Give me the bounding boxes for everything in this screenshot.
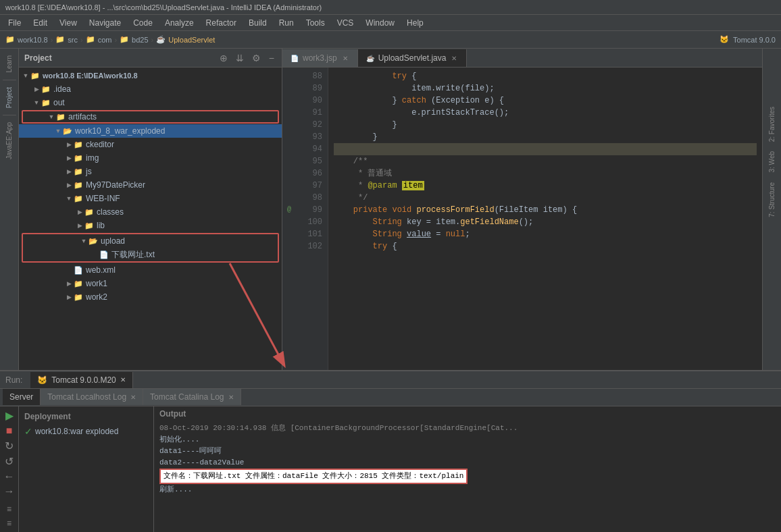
code-line-94 (334, 143, 757, 155)
menu-refactor[interactable]: Refactor (201, 17, 242, 29)
refresh-button[interactable]: ↺ (3, 455, 16, 468)
menu-analyze[interactable]: Analyze (159, 17, 199, 29)
forward-button[interactable]: → (3, 485, 16, 498)
artifacts-arrow: ▼ (47, 113, 55, 120)
catalina-close[interactable]: ✕ (228, 394, 234, 401)
tree-idea[interactable]: ▶ 📁 .idea (19, 82, 282, 96)
run-button[interactable]: ▶ (3, 409, 16, 422)
my97-arrow: ▶ (65, 182, 73, 188)
right-gutter: 2: Favorites 3: Web 7: Structure (762, 49, 781, 383)
breadcrumb-bd25[interactable]: bd25 (132, 36, 148, 44)
sync-button[interactable]: ⊕ (218, 52, 230, 64)
side-favorites[interactable]: 2: Favorites (767, 103, 777, 146)
stop-button[interactable]: ■ (3, 425, 16, 437)
breadcrumb-com[interactable]: com (98, 36, 112, 44)
webinf-arrow: ▼ (65, 195, 73, 202)
tree-webinf[interactable]: ▼ 📁 WEB-INF (19, 192, 282, 205)
tree-ckeditor[interactable]: ▶ 📁 ckeditor (19, 138, 282, 151)
localhost-close[interactable]: ✕ (130, 394, 136, 401)
localhost-log-tab[interactable]: Tomcat Localhost Log ✕ (41, 389, 143, 405)
tomcat-tab-close[interactable]: ✕ (120, 376, 126, 383)
editor-area: 📄 work3.jsp ✕ ☕ UploadServlet.java ✕ (282, 49, 762, 383)
minimize-button[interactable]: − (267, 52, 276, 64)
tab-work3-jsp[interactable]: 📄 work3.jsp ✕ (282, 49, 358, 67)
tree-lib[interactable]: ▶ 📁 lib (19, 219, 282, 232)
project-panel: Project ⊕ ⇊ ⚙ − ▼ 📁 work10.8 E:\IDEA\wor… (19, 49, 282, 383)
output-console[interactable]: 08-Oct-2019 20:30:14.938 信息 [ContainerBa… (154, 420, 781, 532)
tree-my97[interactable]: ▶ 📁 My97DatePicker (19, 178, 282, 192)
artifacts-label: artifacts (68, 112, 97, 122)
gutter-javaee[interactable]: JavaEE:App (3, 118, 16, 163)
tree-webxml[interactable]: ▶ 📄 web.xml (19, 263, 282, 277)
project-title: Project (24, 53, 52, 63)
menu-code[interactable]: Code (128, 17, 158, 29)
run-header: Run: 🐱 Tomcat 9.0.0.M20 ✕ (0, 371, 781, 389)
tree-upload[interactable]: ▼ 📂 upload (80, 234, 278, 248)
work1-label: work1 (86, 279, 107, 288)
code-line-96: * 普通域 (334, 167, 757, 180)
breadcrumb-bar: 📁 work10.8 › 📁 src › 📁 com › 📁 bd25 › ☕ … (0, 31, 781, 49)
scroll-up-button[interactable]: ≡ (3, 503, 16, 515)
gutter-learn[interactable]: Learn (3, 51, 16, 77)
deployment-item[interactable]: ✓ work10.8:war exploded (19, 424, 153, 439)
menu-build[interactable]: Build (243, 17, 272, 29)
menu-tools[interactable]: Tools (301, 17, 330, 29)
deployment-header: Deployment (19, 409, 153, 424)
log-line-3: data2----data2Value (159, 457, 776, 469)
deployment-panel: Deployment ✓ work10.8:war exploded (19, 406, 154, 532)
catalina-log-label: Tomcat Catalina Log (150, 392, 224, 402)
code-line-98: */ (334, 192, 757, 204)
tree-classes[interactable]: ▶ 📁 classes (19, 205, 282, 219)
settings-button[interactable]: ⚙ (250, 52, 263, 64)
breadcrumb-src[interactable]: src (68, 36, 78, 44)
menu-edit[interactable]: Edit (28, 17, 53, 29)
side-web[interactable]: 3: Web (767, 147, 777, 177)
run-label: Run: (5, 375, 22, 385)
menu-view[interactable]: View (54, 17, 82, 29)
tree-root[interactable]: ▼ 📁 work10.8 E:\IDEA\work10.8 (19, 69, 282, 82)
menu-run[interactable]: Run (274, 17, 299, 29)
breadcrumb-work10[interactable]: work10.8 (18, 36, 48, 44)
tree-work1[interactable]: ▶ 📁 work1 (19, 277, 282, 290)
java-tab-icon: ☕ (366, 55, 374, 62)
webinf-icon: 📁 (73, 194, 84, 203)
menu-navigate[interactable]: Navigate (84, 17, 126, 29)
tab-work3-close[interactable]: ✕ (341, 54, 349, 63)
gutter-markers: @ (282, 68, 296, 370)
txt-label: 下载网址.txt (111, 249, 155, 261)
breadcrumb-servlet[interactable]: UploadServlet (168, 36, 215, 44)
side-structure[interactable]: 7: Structure (767, 178, 777, 221)
menu-bar: File Edit View Navigate Code Analyze Ref… (0, 15, 781, 31)
back-button[interactable]: ← (3, 471, 16, 483)
webxml-icon: 📄 (73, 265, 84, 275)
tree-img[interactable]: ▶ 📁 img (19, 151, 282, 165)
jsp-tab-icon: 📄 (291, 55, 299, 62)
tab-uploadservlet[interactable]: ☕ UploadServlet.java ✕ (358, 49, 468, 67)
tree-js[interactable]: ▶ 📁 js (19, 165, 282, 178)
menu-vcs[interactable]: VCS (332, 17, 359, 29)
run-tab-tomcat[interactable]: 🐱 Tomcat 9.0.0.M20 ✕ (30, 372, 132, 388)
menu-help[interactable]: Help (401, 17, 429, 29)
log-line-2: data1----呵呵呵 (159, 446, 776, 457)
menu-window[interactable]: Window (360, 17, 400, 29)
code-editor[interactable]: @ 8889909192 9394959697 9899100101102 tr… (282, 68, 762, 370)
collapse-all-button[interactable]: ⇊ (234, 52, 246, 64)
scroll-down-button[interactable]: ≡ (3, 518, 16, 530)
work1-icon: 📁 (73, 279, 84, 288)
catalina-log-tab[interactable]: Tomcat Catalina Log ✕ (143, 389, 241, 405)
log-line-highlight: 文件名：下载网址.txt 文件属性：dataFile 文件大小：2815 文件类… (159, 469, 776, 484)
tab-upload-close[interactable]: ✕ (450, 54, 458, 63)
tree-war-exploded[interactable]: ▼ 📂 work10_8_war_exploded (19, 124, 282, 138)
redeploy-button[interactable]: ↻ (3, 440, 16, 452)
breadcrumb-icon3: 📁 (86, 35, 95, 44)
breadcrumb-tomcat[interactable]: Tomcat 9.0.0 (733, 36, 776, 44)
server-tab[interactable]: Server (3, 389, 41, 405)
menu-file[interactable]: File (3, 17, 26, 29)
tree-artifacts[interactable]: ▼ 📁 artifacts (22, 110, 279, 124)
code-content[interactable]: try { item.write(file); } catch (Excepti… (328, 68, 762, 370)
tree-work2[interactable]: ▶ 📁 work2 (19, 290, 282, 304)
tree-out[interactable]: ▼ 📁 out (19, 96, 282, 109)
gutter-project[interactable]: Project (3, 83, 16, 112)
tree-download-txt[interactable]: ▶ 📄 下载网址.txt (80, 248, 278, 261)
deploy-check-icon: ✓ (24, 426, 32, 437)
